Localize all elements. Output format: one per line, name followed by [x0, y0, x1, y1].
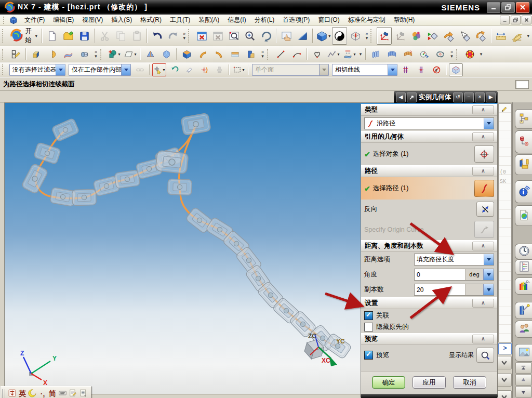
- visual-effects-tab[interactable]: [515, 302, 532, 319]
- ime-grip[interactable]: [2, 389, 5, 398]
- line-button[interactable]: [273, 47, 288, 61]
- scroll-down-button-1[interactable]: [497, 356, 512, 369]
- toolbar-grip[interactable]: [456, 49, 460, 60]
- n-sided-surface-button[interactable]: [433, 47, 448, 61]
- new-file-button[interactable]: [45, 27, 60, 45]
- dialog-close-icon[interactable]: ×: [475, 92, 485, 102]
- rotate-object-button[interactable]: [473, 27, 488, 45]
- section-distance-angle-copies[interactable]: 距离、角度和副本数∧: [361, 240, 497, 252]
- start-button[interactable]: 开始▾: [7, 25, 40, 46]
- child-close-button[interactable]: [522, 16, 531, 24]
- pattern-box[interactable]: [167, 179, 192, 195]
- copies-field[interactable]: 20: [414, 284, 494, 296]
- menu-7[interactable]: 装配(A): [194, 15, 223, 25]
- deselect-all-button[interactable]: [182, 63, 196, 76]
- snap-point-button[interactable]: ▾: [152, 63, 166, 76]
- pattern-box[interactable]: [72, 189, 96, 206]
- menu-3[interactable]: 视图(V): [78, 15, 107, 25]
- ok-button[interactable]: 确定: [372, 376, 405, 389]
- ime-pad-icon[interactable]: [69, 389, 77, 398]
- hide-original-checkbox[interactable]: [364, 323, 373, 331]
- dialog-resize-bar[interactable]: [361, 394, 498, 398]
- collapse-dist-icon[interactable]: ∧: [472, 242, 494, 250]
- curve-rule-dropdown-icon[interactable]: [388, 64, 397, 75]
- deviation-gauge-button[interactable]: [417, 47, 432, 61]
- internet-explorer-tab[interactable]: [515, 180, 532, 203]
- follow-fillet-button[interactable]: [415, 63, 429, 76]
- show-result-button[interactable]: [476, 348, 494, 363]
- angle-options-icon[interactable]: [483, 269, 494, 280]
- collapse-preview-icon[interactable]: ∧: [472, 335, 494, 343]
- toolbar-grip[interactable]: [2, 29, 5, 43]
- shaded-display-button[interactable]: ▾: [315, 27, 331, 45]
- datum-plane-button[interactable]: ▾: [123, 47, 138, 61]
- selection-filter-dropdown-icon[interactable]: [56, 64, 65, 75]
- toolbar-overflow-button[interactable]: »▾: [181, 27, 187, 45]
- specify-origin-curve-button[interactable]: [474, 221, 494, 238]
- select-display-button[interactable]: [457, 27, 472, 45]
- menu-10[interactable]: 首选项(P): [278, 15, 314, 25]
- part-navigator-tab[interactable]: [515, 130, 532, 153]
- face-rule-dropdown-icon[interactable]: [319, 64, 328, 75]
- save-button[interactable]: [77, 27, 92, 45]
- selection-scope-combo[interactable]: 仅在工作部件内部: [69, 64, 131, 76]
- scroll-down-button-2[interactable]: [497, 373, 512, 387]
- menubar-grip[interactable]: [3, 17, 7, 24]
- sweep-along-guide-button[interactable]: [61, 47, 76, 61]
- polyline-button[interactable]: ▾: [326, 47, 341, 61]
- selection-scope-dropdown-icon[interactable]: [121, 64, 130, 75]
- ime-language-label[interactable]: 英: [18, 389, 26, 398]
- resource-scroll-up-button[interactable]: [515, 374, 531, 386]
- menu-13[interactable]: 帮助(H): [390, 15, 419, 25]
- zoom-in-out-button[interactable]: [243, 27, 258, 45]
- paste-button[interactable]: [129, 27, 144, 45]
- menu-4[interactable]: 插入(S): [107, 15, 136, 25]
- type-combo-dropdown-icon[interactable]: [484, 118, 494, 129]
- type-combo[interactable]: 沿路径: [364, 117, 494, 129]
- toolbar-options-caret[interactable]: ▾: [478, 51, 484, 57]
- angle-value[interactable]: 0: [415, 269, 465, 280]
- close-button[interactable]: [516, 2, 529, 13]
- toolbar-overflow-button[interactable]: »▾: [364, 27, 369, 45]
- menu-8[interactable]: 信息(I): [223, 15, 250, 25]
- unite-button[interactable]: [143, 47, 158, 61]
- pan-view-button[interactable]: [279, 27, 294, 45]
- reuse-library-tab[interactable]: [515, 154, 532, 175]
- child-restore-button[interactable]: [511, 16, 521, 24]
- reverse-direction-button[interactable]: [476, 202, 494, 217]
- show-motion-button[interactable]: [425, 27, 440, 45]
- toolbar-overflow-button[interactable]: »▾: [92, 47, 99, 61]
- toolbar-grip[interactable]: [188, 29, 191, 43]
- orient-view-csys-button[interactable]: [377, 27, 392, 45]
- toolbar-overflow-button[interactable]: »▾: [259, 47, 266, 61]
- shell-button[interactable]: [244, 47, 259, 61]
- roles-tab[interactable]: [515, 321, 532, 338]
- selection-filter-combo[interactable]: 没有选择过滤器: [9, 64, 65, 76]
- menu-12[interactable]: 标准化与定制: [344, 15, 390, 25]
- rendering-style-button[interactable]: [332, 27, 347, 45]
- collapsed-navigator-strip[interactable]: (0 SK: [498, 103, 512, 342]
- pattern-box[interactable]: [114, 170, 140, 189]
- dialog-reset-icon[interactable]: ↺: [453, 92, 463, 102]
- restore-button[interactable]: [501, 2, 515, 13]
- shaded-selection-button[interactable]: [449, 63, 463, 76]
- undo-button[interactable]: [150, 27, 165, 45]
- toolbar-options-caret[interactable]: ▾: [526, 33, 531, 38]
- dialog-titlebar[interactable]: ◀ 实例几何体 ↺ − × ▶: [394, 91, 498, 103]
- extrude-button[interactable]: [29, 47, 44, 61]
- dialog-next-icon[interactable]: ▶: [486, 92, 496, 102]
- section-referenced-geometry[interactable]: 引用的几何体∧: [361, 131, 497, 143]
- swept-surface-button[interactable]: [401, 47, 416, 61]
- redo-button[interactable]: [166, 27, 181, 45]
- section-settings[interactable]: 设置∧: [361, 297, 497, 309]
- ime-punctuation-label[interactable]: ·,: [38, 389, 47, 398]
- collapse-type-icon[interactable]: ∧: [472, 105, 494, 114]
- menu-6[interactable]: 工具(T): [166, 15, 194, 25]
- toolbar-overflow-button[interactable]: »▾: [448, 47, 455, 61]
- intersect-button[interactable]: [159, 47, 174, 61]
- freeze-selection-button[interactable]: [212, 63, 227, 76]
- cancel-button[interactable]: 取消: [453, 376, 486, 389]
- dialog-minimize-icon[interactable]: −: [464, 92, 474, 102]
- ime-keyboard-icon[interactable]: [58, 389, 67, 398]
- revolve-button[interactable]: [45, 47, 60, 61]
